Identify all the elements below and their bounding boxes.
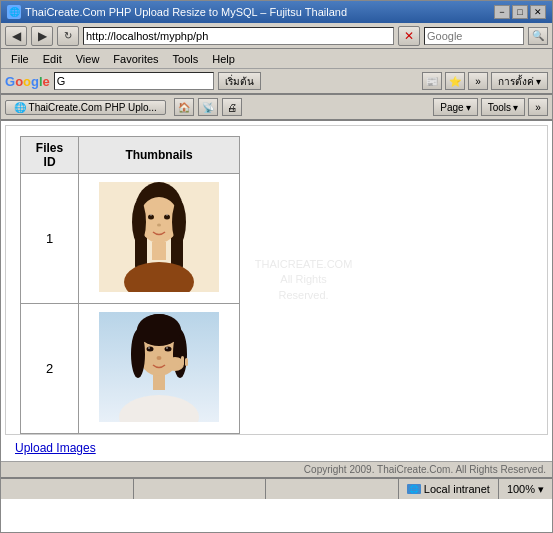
settings-button[interactable]: การตั้งค่ ▾	[491, 72, 548, 90]
svg-point-12	[150, 214, 152, 216]
svg-point-8	[172, 200, 186, 244]
page-label: Page	[440, 102, 463, 113]
app-icon: 🌐	[7, 5, 21, 19]
copyright-text: Copyright 2009. ThaiCreate.Com. All Righ…	[304, 464, 546, 475]
google-logo: Google	[5, 74, 50, 89]
status-network: 🌐 Local intranet	[399, 479, 499, 499]
zoom-chevron: ▾	[538, 483, 544, 496]
rss-icon[interactable]: 📡	[198, 98, 218, 116]
title-bar: 🌐 ThaiCreate.Com PHP Upload Resize to My…	[1, 1, 552, 23]
tools-button[interactable]: Tools ▾	[481, 98, 525, 116]
file-id-1: 1	[21, 174, 79, 304]
tools-label: Tools	[488, 102, 511, 113]
svg-point-30	[166, 347, 168, 349]
tab-icon: 🌐	[14, 102, 29, 113]
svg-rect-28	[185, 358, 188, 366]
google-toolbar-icons: 📰 ⭐ » การตั้งค่ ▾	[422, 72, 548, 90]
google-toolbar: Google เริ่มต้น 📰 ⭐ » การตั้งค่ ▾	[1, 69, 552, 95]
back-button[interactable]: ◀	[5, 26, 27, 46]
google-start-button[interactable]: เริ่มต้น	[218, 72, 261, 90]
settings-chevron: ▾	[536, 76, 541, 87]
upload-images-link[interactable]: Upload Images	[15, 441, 538, 455]
window-controls: − □ ✕	[494, 5, 546, 19]
col-thumbnails: Thumbnails	[79, 137, 240, 174]
minimize-button[interactable]: −	[494, 5, 510, 19]
more-tools-icon[interactable]: »	[528, 98, 548, 116]
star-icon[interactable]: ⭐	[445, 72, 465, 90]
files-table: Files ID Thumbnails 1	[20, 136, 240, 434]
status-section-3	[266, 479, 399, 499]
svg-point-11	[157, 224, 161, 227]
menu-help[interactable]: Help	[206, 52, 241, 66]
stop-button[interactable]: ✕	[398, 26, 420, 46]
svg-point-23	[165, 347, 172, 352]
svg-point-21	[137, 314, 181, 346]
more-icon[interactable]: »	[468, 72, 488, 90]
svg-point-13	[166, 214, 168, 216]
network-label: Local intranet	[424, 483, 490, 495]
svg-rect-4	[152, 242, 166, 260]
copyright-bar: Copyright 2009. ThaiCreate.Com. All Righ…	[1, 461, 552, 477]
col-files-id: Files ID	[21, 137, 79, 174]
close-button[interactable]: ✕	[530, 5, 546, 19]
address-bar: ◀ ▶ ↻ http://localhost/myphp/ph ✕ 🔍	[1, 23, 552, 49]
menu-edit[interactable]: Edit	[37, 52, 68, 66]
search-input[interactable]	[424, 27, 524, 45]
print-icon[interactable]: 🖨	[222, 98, 242, 116]
svg-point-22	[147, 347, 154, 352]
window-title: ThaiCreate.Com PHP Upload Resize to MySQ…	[25, 6, 347, 18]
thumbnail-2	[79, 304, 240, 434]
content-area: THAICREATE.COM All Rights Reserved. File…	[5, 125, 548, 435]
zoom-label: 100%	[507, 483, 535, 495]
table-row: 1	[21, 174, 240, 304]
forward-button[interactable]: ▶	[31, 26, 53, 46]
news-icon[interactable]: 📰	[422, 72, 442, 90]
status-section-2	[134, 479, 267, 499]
svg-point-29	[148, 347, 150, 349]
tools-chevron: ▾	[513, 102, 518, 113]
watermark: THAICREATE.COM All Rights Reserved.	[255, 257, 353, 303]
page-tab[interactable]: 🌐 ThaiCreate.Com PHP Uplo...	[5, 100, 166, 115]
svg-rect-27	[181, 356, 184, 365]
maximize-button[interactable]: □	[512, 5, 528, 19]
file-id-2: 2	[21, 304, 79, 434]
home-icon[interactable]: 🏠	[174, 98, 194, 116]
search-go-button[interactable]: 🔍	[528, 27, 548, 45]
table-row: 2	[21, 304, 240, 434]
menu-view[interactable]: View	[70, 52, 106, 66]
google-search-input[interactable]	[54, 72, 214, 90]
refresh-button[interactable]: ↻	[57, 26, 79, 46]
status-zoom[interactable]: 100% ▾	[499, 479, 552, 499]
menu-file[interactable]: File	[5, 52, 35, 66]
address-input[interactable]: http://localhost/myphp/ph	[83, 27, 394, 45]
svg-rect-17	[153, 374, 165, 390]
status-bar: 🌐 Local intranet 100% ▾	[1, 477, 552, 499]
person-image-2	[99, 312, 219, 422]
svg-point-24	[157, 356, 162, 360]
page-button[interactable]: Page ▾	[433, 98, 477, 116]
menu-bar: File Edit View Favorites Tools Help	[1, 49, 552, 69]
menu-favorites[interactable]: Favorites	[107, 52, 164, 66]
menu-tools[interactable]: Tools	[167, 52, 205, 66]
person-image-1	[99, 182, 219, 292]
page-toolbar: 🌐 ThaiCreate.Com PHP Uplo... 🏠 📡 🖨 Page …	[1, 95, 552, 121]
svg-point-7	[132, 200, 146, 244]
settings-label: การตั้งค่	[498, 74, 534, 89]
page-tools: Page ▾ Tools ▾ »	[433, 98, 548, 116]
network-icon: 🌐	[407, 484, 421, 494]
status-section-1	[1, 479, 134, 499]
page-chevron: ▾	[466, 102, 471, 113]
thumbnail-1	[79, 174, 240, 304]
svg-rect-26	[177, 358, 180, 366]
tab-label: ThaiCreate.Com PHP Uplo...	[29, 102, 157, 113]
url-text: http://localhost/myphp/ph	[86, 30, 208, 42]
